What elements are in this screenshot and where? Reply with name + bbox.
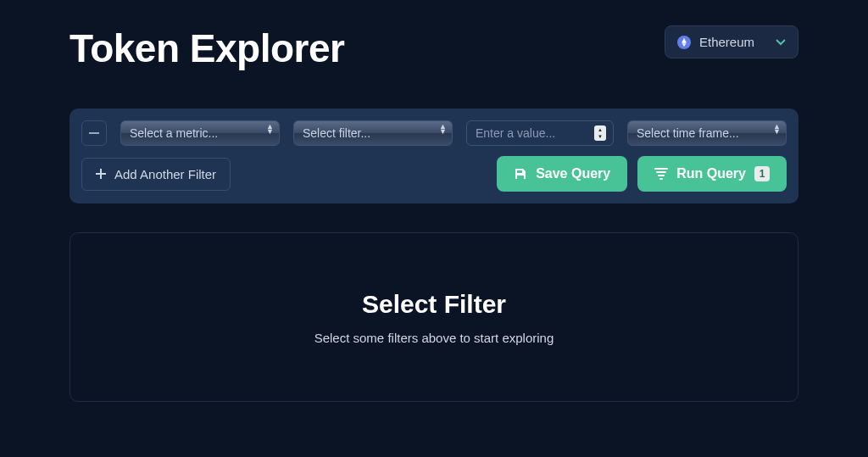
value-input-placeholder: Enter a value... — [476, 126, 555, 140]
timeframe-select-placeholder: Select time frame... — [637, 126, 739, 140]
add-filter-label: Add Another Filter — [114, 167, 216, 181]
page-title: Token Explorer — [70, 25, 344, 71]
filter-row: Select a metric... ▲▼ Select filter... ▲… — [81, 120, 787, 146]
add-filter-button[interactable]: Add Another Filter — [81, 158, 231, 191]
filter-panel: Select a metric... ▲▼ Select filter... ▲… — [70, 109, 798, 203]
remove-filter-button[interactable] — [81, 120, 107, 146]
ethereum-icon — [677, 36, 691, 49]
metric-select-placeholder: Select a metric... — [130, 126, 218, 140]
run-query-label: Run Query — [676, 166, 746, 181]
save-query-label: Save Query — [536, 166, 610, 181]
save-query-button[interactable]: Save Query — [497, 156, 627, 192]
run-query-button[interactable]: Run Query 1 — [637, 156, 787, 192]
plus-icon — [96, 169, 106, 179]
empty-state-title: Select Filter — [362, 290, 506, 319]
number-stepper-icon[interactable]: ▲▼ — [594, 125, 606, 141]
empty-state-subtitle: Select some filters above to start explo… — [314, 331, 554, 345]
timeframe-select[interactable]: Select time frame... ▲▼ — [627, 120, 787, 146]
select-caret-icon: ▲▼ — [266, 124, 274, 134]
svg-rect-0 — [89, 132, 99, 134]
value-input[interactable]: Enter a value... ▲▼ — [466, 120, 614, 146]
run-query-badge: 1 — [754, 166, 770, 181]
filter-operator-select[interactable]: Select filter... ▲▼ — [293, 120, 453, 146]
network-selector[interactable]: Ethereum — [665, 25, 798, 59]
results-panel: Select Filter Select some filters above … — [70, 232, 798, 402]
metric-select[interactable]: Select a metric... ▲▼ — [120, 120, 280, 146]
select-caret-icon: ▲▼ — [439, 124, 447, 134]
network-label: Ethereum — [699, 35, 754, 49]
select-caret-icon: ▲▼ — [773, 124, 781, 134]
filter-icon — [654, 168, 668, 180]
chevron-down-icon — [776, 39, 786, 46]
save-icon — [514, 167, 527, 181]
filter-operator-placeholder: Select filter... — [303, 126, 370, 140]
